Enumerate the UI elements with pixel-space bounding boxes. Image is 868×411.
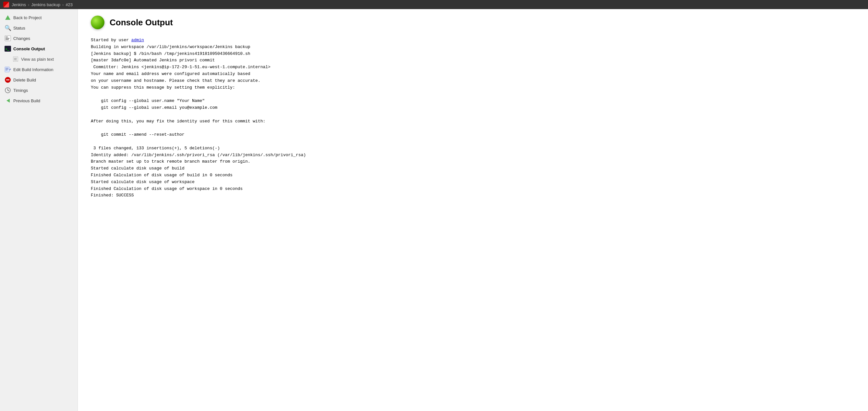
sidebar-label-console-output: Console Output bbox=[13, 47, 45, 51]
svg-rect-1 bbox=[5, 37, 8, 37]
breadcrumb-build[interactable]: #23 bbox=[65, 2, 73, 7]
sidebar-item-edit-build-info[interactable]: Edit Build Information bbox=[0, 64, 78, 75]
sidebar-label-view-plain-text: View as plain text bbox=[21, 57, 54, 62]
sidebar-item-timings[interactable]: Timings bbox=[0, 85, 78, 95]
svg-rect-2 bbox=[5, 38, 9, 39]
sidebar: Back to Project 🔍 Status Changes bbox=[0, 9, 78, 411]
magnifier-icon: 🔍 bbox=[4, 25, 11, 31]
prev-build-icon bbox=[4, 97, 11, 104]
sidebar-item-back-to-project[interactable]: Back to Project bbox=[0, 12, 78, 23]
console-icon: >_ bbox=[4, 46, 11, 52]
jenkins-logo bbox=[3, 2, 9, 7]
admin-link[interactable]: admin bbox=[131, 38, 144, 42]
page-header: Console Output bbox=[91, 16, 855, 29]
page-title: Console Output bbox=[110, 18, 173, 28]
sidebar-item-view-plain-text[interactable]: View as plain text bbox=[0, 54, 78, 64]
build-status-ball bbox=[91, 16, 104, 29]
breadcrumb-jenkins[interactable]: Jenkins bbox=[12, 2, 26, 7]
topbar: Jenkins › Jenkins backup › #23 bbox=[0, 0, 868, 9]
sidebar-label-edit-build-info: Edit Build Information bbox=[13, 67, 54, 72]
sidebar-item-previous-build[interactable]: Previous Build bbox=[0, 95, 78, 106]
changes-icon bbox=[4, 35, 11, 41]
svg-rect-10 bbox=[5, 67, 9, 72]
svg-line-19 bbox=[8, 90, 9, 91]
console-output-text: Started by user admin Building in worksp… bbox=[91, 37, 855, 199]
console-line-started-by: Started by user admin Building in worksp… bbox=[91, 38, 306, 198]
delete-icon bbox=[4, 77, 11, 83]
sidebar-item-status[interactable]: 🔍 Status bbox=[0, 23, 78, 33]
sidebar-label-status: Status bbox=[13, 26, 25, 31]
sidebar-item-console-output[interactable]: >_ Console Output bbox=[0, 43, 78, 54]
sidebar-label-previous-build: Previous Build bbox=[13, 98, 40, 103]
timings-icon bbox=[4, 87, 11, 93]
plaintext-icon bbox=[12, 56, 19, 62]
svg-text:>_: >_ bbox=[5, 48, 9, 51]
breadcrumb-sep-1: › bbox=[28, 2, 29, 7]
breadcrumb-sep-2: › bbox=[62, 2, 64, 7]
sidebar-label-back-to-project: Back to Project bbox=[13, 15, 41, 20]
edit-icon bbox=[4, 66, 11, 73]
svg-rect-3 bbox=[5, 39, 9, 40]
arrow-up-icon bbox=[4, 14, 11, 21]
sidebar-label-delete-build: Delete Build bbox=[13, 78, 36, 83]
sidebar-label-timings: Timings bbox=[13, 88, 28, 93]
svg-marker-20 bbox=[6, 99, 10, 102]
breadcrumb-job[interactable]: Jenkins backup bbox=[31, 2, 60, 7]
sidebar-item-delete-build[interactable]: Delete Build bbox=[0, 75, 78, 85]
main-content: Console Output Started by user admin Bui… bbox=[78, 9, 868, 411]
sidebar-item-changes[interactable]: Changes bbox=[0, 33, 78, 43]
sidebar-label-changes: Changes bbox=[13, 36, 30, 41]
